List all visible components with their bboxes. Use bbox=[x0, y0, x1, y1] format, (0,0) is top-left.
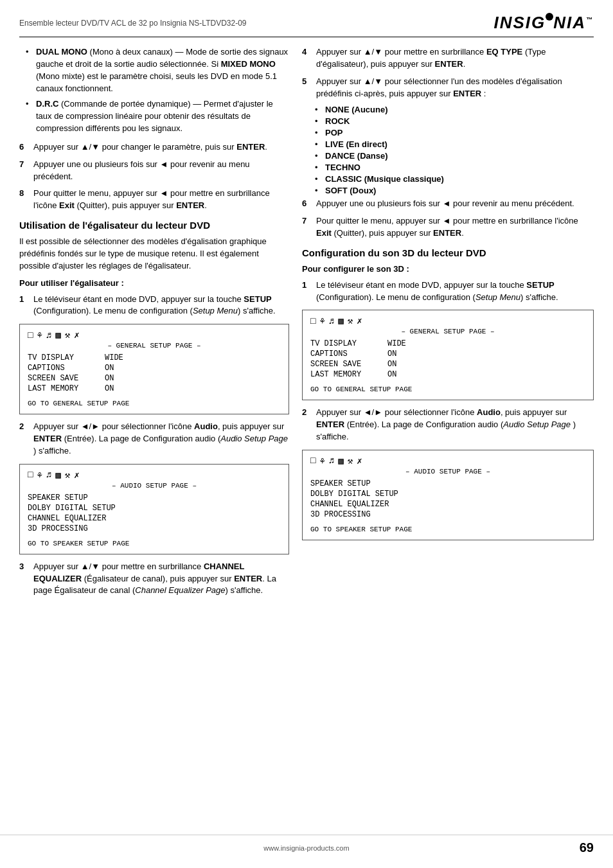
audio-icon-2: ♬ bbox=[46, 470, 51, 480]
globe-icon-4: ⚘ bbox=[319, 456, 324, 466]
step-7-right: 7 Pour quitter le menu, appuyer sur ◄ po… bbox=[302, 215, 594, 240]
setup-box-2-title: – AUDIO SETUP PAGE – bbox=[28, 482, 281, 490]
footer-url: www.insignia-products.com bbox=[45, 844, 568, 852]
x-icon: ✗ bbox=[74, 330, 79, 341]
top-bullets: DUAL MONO (Mono à deux canaux) — Mode de… bbox=[19, 46, 289, 135]
equalizer-sub-heading: Pour utiliser l'égalisateur : bbox=[19, 278, 289, 290]
setup-box-4-footer: GO TO SPEAKER SETUP PAGE bbox=[310, 526, 585, 533]
step-8-content: Pour quitter le menu, appuyer sur ◄ pour… bbox=[33, 188, 289, 212]
step-7-right-content: Pour quitter le menu, appuyer sur ◄ pour… bbox=[316, 215, 594, 240]
step-6-right-num: 6 bbox=[302, 198, 312, 210]
step-6-left: 6 Appuyer sur ▲/▼ pour changer le paramè… bbox=[19, 141, 289, 154]
content-columns: DUAL MONO (Mono à deux canaux) — Mode de… bbox=[19, 46, 594, 602]
setup4-label-channel-eq: CHANNEL EQUALIZER bbox=[310, 500, 389, 509]
step-2-3d-num: 2 bbox=[302, 407, 312, 443]
step-1-3d-content: Le téléviseur étant en mode DVD, appuyer… bbox=[316, 279, 594, 304]
tv-icon: □ bbox=[28, 330, 33, 341]
bullet-dual-mono: DUAL MONO (Mono à deux canaux) — Mode de… bbox=[26, 46, 289, 94]
setup-row-channel-eq: CHANNEL EQUALIZER bbox=[28, 514, 281, 523]
x-icon-3: ✗ bbox=[357, 315, 362, 326]
video-icon: ▩ bbox=[55, 330, 60, 341]
x-icon-2: ✗ bbox=[74, 470, 79, 481]
eq-option-live: LIVE (En direct) bbox=[315, 139, 594, 149]
setup4-row-speaker: SPEAKER SETUP bbox=[310, 479, 585, 488]
setup-row-3d: 3D PROCESSING bbox=[28, 524, 281, 533]
tv-icon-4: □ bbox=[310, 456, 315, 466]
step-3-eq-content: Appuyer sur ▲/▼ pour mettre en surbrilla… bbox=[33, 561, 289, 598]
x-icon-4: ✗ bbox=[357, 456, 362, 466]
setup4-label-speaker: SPEAKER SETUP bbox=[310, 479, 375, 488]
step-5-right: 5 Appuyer sur ▲/▼ pour sélectionner l'un… bbox=[302, 76, 594, 100]
step-1-3d: 1 Le téléviseur étant en mode DVD, appuy… bbox=[302, 279, 594, 304]
setup3-label-last-memory: LAST MEMORY bbox=[310, 370, 375, 379]
setup-box-4-icons: □ ⚘ ♬ ▩ ⚒ ✗ bbox=[310, 456, 585, 466]
step-3-eq-num: 3 bbox=[19, 561, 30, 598]
setup-row-tv-display: TV DISPLAY WIDE bbox=[28, 353, 281, 362]
step-2-eq: 2 Appuyer sur ◄/► pour sélectionner l'ic… bbox=[19, 421, 289, 457]
setup-box-1-footer: GO TO GENERAL SETUP PAGE bbox=[28, 400, 281, 407]
setup3-value-last-memory: ON bbox=[387, 370, 396, 379]
section-3d-heading: Configuration du son 3D du lecteur DVD bbox=[302, 247, 594, 258]
setup-box-4-title: – AUDIO SETUP PAGE – bbox=[310, 468, 585, 475]
page-footer: www.insignia-products.com 69 bbox=[0, 835, 613, 855]
video-icon-3: ▩ bbox=[338, 315, 343, 326]
setup3-row-screen-save: SCREEN SAVE ON bbox=[310, 360, 585, 369]
label-captions: CAPTIONS bbox=[28, 364, 92, 373]
eq-option-dance: DANCE (Danse) bbox=[315, 151, 594, 161]
step-7-num: 7 bbox=[19, 159, 30, 183]
setup-box-4: □ ⚘ ♬ ▩ ⚒ ✗ – AUDIO SETUP PAGE – SPEAKER… bbox=[302, 450, 594, 540]
setup4-row-dolby: DOLBY DIGITAL SETUP bbox=[310, 490, 585, 499]
setup3-label-screen-save: SCREEN SAVE bbox=[310, 360, 375, 369]
setup-box-1-title: – GENERAL SETUP PAGE – bbox=[28, 342, 281, 350]
speaker-icon-3: ⚒ bbox=[348, 315, 353, 326]
setup-row-captions: CAPTIONS ON bbox=[28, 364, 281, 373]
step-4-num: 4 bbox=[302, 46, 312, 71]
setup3-row-last-memory: LAST MEMORY ON bbox=[310, 370, 585, 379]
setup-box-3-footer: GO TO GENERAL SETUP PAGE bbox=[310, 385, 585, 393]
label-last-memory: LAST MEMORY bbox=[28, 384, 92, 393]
video-icon-2: ▩ bbox=[55, 470, 60, 481]
step-1-eq: 1 Le téléviseur étant en mode DVD, appuy… bbox=[19, 294, 289, 318]
step-5-num: 5 bbox=[302, 76, 312, 100]
setup-row-screen-save: SCREEN SAVE ON bbox=[28, 374, 281, 383]
label-3d: 3D PROCESSING bbox=[28, 524, 92, 533]
tv-icon-3: □ bbox=[310, 316, 315, 326]
def-mixed-mono: (Mono mixte) est le paramètre choisi, se… bbox=[36, 71, 277, 93]
setup-box-2-footer: GO TO SPEAKER SETUP PAGE bbox=[28, 540, 281, 547]
step-6-right: 6 Appuyer une ou plusieurs fois sur ◄ po… bbox=[302, 198, 594, 210]
setup-box-2-icons: □ ⚘ ♬ ▩ ⚒ ✗ bbox=[28, 470, 281, 481]
step-7-content: Appuyer une ou plusieurs fois sur ◄ pour… bbox=[33, 159, 289, 183]
step-2-eq-num: 2 bbox=[19, 421, 30, 457]
step-2-3d-content: Appuyer sur ◄/► pour sélectionner l'icôn… bbox=[316, 407, 594, 443]
step-2-3d: 2 Appuyer sur ◄/► pour sélectionner l'ic… bbox=[302, 407, 594, 443]
step-3-eq: 3 Appuyer sur ▲/▼ pour mettre en surbril… bbox=[19, 561, 289, 598]
setup-box-3-title: – GENERAL SETUP PAGE – bbox=[310, 328, 585, 335]
setup-row-last-memory: LAST MEMORY ON bbox=[28, 384, 281, 393]
setup4-row-3d: 3D PROCESSING bbox=[310, 510, 585, 519]
video-icon-4: ▩ bbox=[338, 456, 343, 466]
audio-icon-4: ♬ bbox=[329, 456, 334, 466]
step-8-left: 8 Pour quitter le menu, appuyer sur ◄ po… bbox=[19, 188, 289, 212]
3d-sub-heading: Pour configurer le son 3D : bbox=[302, 263, 594, 276]
setup3-value-tv-display: WIDE bbox=[387, 339, 406, 348]
globe-icon-3: ⚘ bbox=[319, 315, 324, 326]
step-1-eq-num: 1 bbox=[19, 294, 30, 318]
step-6-right-content: Appuyer une ou plusieurs fois sur ◄ pour… bbox=[316, 198, 594, 210]
term-drc: D.R.C bbox=[36, 99, 58, 109]
eq-options-list: NONE (Aucune) ROCK POP LIVE (En direct) … bbox=[302, 105, 594, 195]
setup-box-1: □ ⚘ ♬ ▩ ⚒ ✗ – GENERAL SETUP PAGE – TV DI… bbox=[19, 324, 289, 414]
page-header: Ensemble lecteur DVD/TV ACL de 32 po Ins… bbox=[19, 13, 594, 37]
label-channel-eq: CHANNEL EQUALIZER bbox=[28, 514, 106, 523]
step-1-eq-content: Le téléviseur étant en mode DVD, appuyer… bbox=[33, 294, 289, 318]
step-5-content: Appuyer sur ▲/▼ pour sélectionner l'un d… bbox=[316, 76, 594, 100]
value-screen-save: ON bbox=[105, 374, 114, 383]
setup-box-3-icons: □ ⚘ ♬ ▩ ⚒ ✗ bbox=[310, 315, 585, 326]
step-7-left: 7 Appuyer une ou plusieurs fois sur ◄ po… bbox=[19, 159, 289, 183]
label-screen-save: SCREEN SAVE bbox=[28, 374, 92, 383]
def-drc: (Commande de portée dynamique) — Permet … bbox=[36, 99, 273, 133]
eq-option-techno: TECHNO bbox=[315, 163, 594, 172]
value-captions: ON bbox=[105, 364, 114, 373]
right-column: 4 Appuyer sur ▲/▼ pour mettre en surbril… bbox=[302, 46, 594, 602]
globe-icon: ⚘ bbox=[37, 330, 42, 341]
globe-icon-2: ⚘ bbox=[37, 470, 42, 481]
